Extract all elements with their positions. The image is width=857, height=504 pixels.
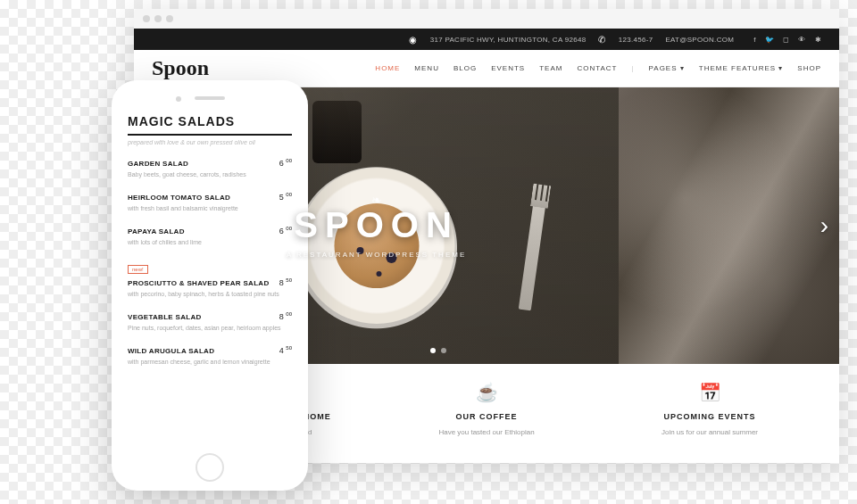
facebook-icon[interactable]: f xyxy=(753,36,756,44)
menu-heading: MAGIC SALADS xyxy=(128,114,292,136)
feature-desc: Have you tasted our Ethiopian xyxy=(386,428,587,436)
item-price: 4 50 xyxy=(279,345,292,355)
nav-home[interactable]: HOME xyxy=(375,64,400,72)
feature-events[interactable]: 📅 UPCOMING EVENTS Join us for our annual… xyxy=(598,382,821,436)
home-button[interactable] xyxy=(196,453,224,482)
nav-team[interactable]: TEAM xyxy=(539,64,562,72)
hero-subtitle: A RESTAURANT WORDPRESS THEME xyxy=(287,251,466,259)
phone-text: 123.456-7 xyxy=(619,36,653,44)
nav-menu[interactable]: MENU xyxy=(414,64,439,72)
logo[interactable]: Spoon xyxy=(152,56,209,80)
item-desc: with fresh basil and balsamic vinaigrett… xyxy=(128,204,292,213)
nav-contact[interactable]: CONTACT xyxy=(577,64,617,72)
feature-coffee[interactable]: ☕ OUR COFFEE Have you tasted our Ethiopi… xyxy=(375,382,598,436)
phone-camera xyxy=(176,96,181,102)
item-name: PAPAYA SALAD xyxy=(128,227,185,235)
phone-screen: MAGIC SALADS prepared with love & our ow… xyxy=(128,114,292,446)
social-icons: f 🐦 ◻ 👁 ✱ xyxy=(753,36,821,44)
item-desc: with parmesan cheese, garlic and lemon v… xyxy=(128,358,292,367)
item-name: HEIRLOOM TOMATO SALAD xyxy=(128,194,230,202)
nav-blog[interactable]: BLOG xyxy=(453,64,477,72)
next-arrow-icon[interactable]: › xyxy=(820,211,828,240)
menu-item[interactable]: new!PROSCIUTTO & SHAVED PEAR SALAD8 50wi… xyxy=(128,259,292,299)
new-badge: new! xyxy=(128,265,148,274)
item-price: 5 00 xyxy=(279,192,292,202)
phone-speaker xyxy=(195,96,225,100)
feature-title: OUR COFFEE xyxy=(386,412,587,421)
dot-max[interactable] xyxy=(166,15,173,22)
calendar-icon: 📅 xyxy=(609,382,811,403)
item-desc: Baby beets, goat cheese, carrots, radish… xyxy=(128,170,292,179)
window-controls xyxy=(134,9,839,29)
cup-icon: ☕ xyxy=(386,382,587,403)
nav-separator: | xyxy=(631,64,634,72)
nav-theme[interactable]: THEME FEATURES ▾ xyxy=(699,64,784,72)
twitter-icon[interactable]: 🐦 xyxy=(765,36,774,44)
hero-title: SPOON xyxy=(294,205,458,245)
menu-item[interactable]: VEGETABLE SALAD8 00Pine nuts, roquefort,… xyxy=(128,311,292,333)
item-price: 6 00 xyxy=(279,226,292,235)
nav-shop[interactable]: SHOP xyxy=(797,64,821,72)
slide-pager xyxy=(430,348,446,353)
top-bar: ◉ 317 PACIFIC HWY, HUNTINGTON, CA 92648 … xyxy=(134,29,839,50)
plate xyxy=(298,168,454,324)
phone-mockup: MAGIC SALADS prepared with love & our ow… xyxy=(112,80,308,491)
item-price: 8 50 xyxy=(279,277,292,287)
jar-prop xyxy=(312,101,362,163)
item-price: 8 00 xyxy=(279,311,292,321)
menu-item[interactable]: HEIRLOOM TOMATO SALAD5 00with fresh basi… xyxy=(128,192,292,213)
menu-item[interactable]: GARDEN SALAD6 00Baby beets, goat cheese,… xyxy=(128,158,292,179)
nav-pages[interactable]: PAGES ▾ xyxy=(649,64,685,72)
yelp-icon[interactable]: ✱ xyxy=(815,36,821,44)
item-name: GARDEN SALAD xyxy=(128,160,188,168)
item-price: 6 00 xyxy=(279,158,292,168)
item-name: PROSCIUTTO & SHAVED PEAR SALAD xyxy=(128,279,270,287)
item-name: WILD ARUGULA SALAD xyxy=(128,347,214,355)
tripadvisor-icon[interactable]: 👁 xyxy=(798,36,805,44)
instagram-icon[interactable]: ◻ xyxy=(783,36,789,44)
pager-dot-2[interactable] xyxy=(441,348,446,353)
item-desc: with pecorino, baby spinach, herbs & toa… xyxy=(128,290,292,299)
dot-min[interactable] xyxy=(154,15,162,22)
menu-item[interactable]: WILD ARUGULA SALAD4 50with parmesan chee… xyxy=(128,345,292,367)
pin-icon: ◉ xyxy=(409,35,417,45)
menu-list: GARDEN SALAD6 00Baby beets, goat cheese,… xyxy=(128,158,292,367)
feature-title: UPCOMING EVENTS xyxy=(609,412,811,421)
nav-links: HOME MENU BLOG EVENTS TEAM CONTACT | PAG… xyxy=(375,64,821,72)
pager-dot-1[interactable] xyxy=(430,348,436,353)
item-desc: Pine nuts, roquefort, dates, asian pear,… xyxy=(128,324,292,333)
hero-slide-next xyxy=(619,87,839,364)
address-text: 317 PACIFIC HWY, HUNTINGTON, CA 92648 xyxy=(430,36,587,44)
email-text[interactable]: EAT@SPOON.COM xyxy=(665,36,734,44)
menu-tagline: prepared with love & our own pressed oli… xyxy=(128,139,292,145)
feature-desc: Join us for our annual summer xyxy=(609,428,811,436)
dot-close[interactable] xyxy=(143,15,150,22)
phone-icon: ✆ xyxy=(598,35,605,45)
menu-item[interactable]: PAPAYA SALAD6 00with lots of chilies and… xyxy=(128,226,292,247)
item-name: VEGETABLE SALAD xyxy=(128,313,202,321)
item-desc: with lots of chilies and lime xyxy=(128,238,292,247)
nav-events[interactable]: EVENTS xyxy=(491,64,525,72)
fork-prop xyxy=(519,203,546,311)
